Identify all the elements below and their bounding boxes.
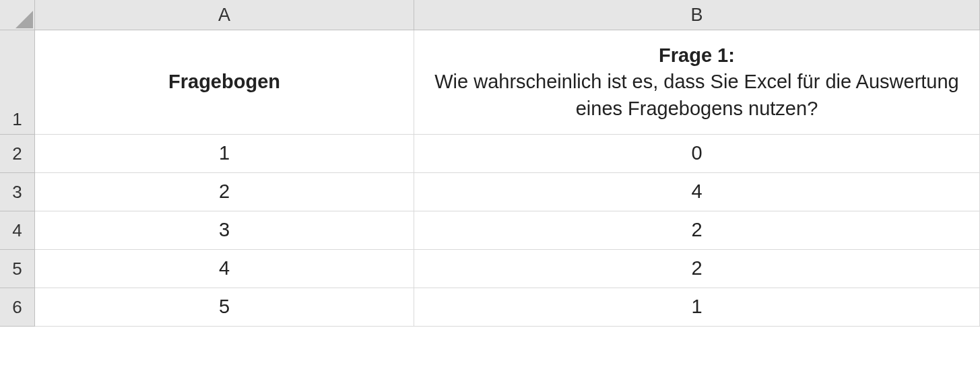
spreadsheet-grid: A B 1 Fragebogen Frage 1: Wie wahrschein…: [0, 0, 980, 327]
cell-B1-text: Wie wahrscheinlich ist es, dass Sie Exce…: [421, 69, 973, 121]
cell-B5[interactable]: 2: [414, 250, 980, 288]
column-header-A[interactable]: A: [35, 0, 414, 30]
cell-A1[interactable]: Fragebogen: [35, 30, 414, 135]
cell-A3[interactable]: 2: [35, 173, 414, 211]
select-all-triangle-icon: [15, 11, 33, 28]
select-all-corner[interactable]: [0, 0, 35, 30]
row-header-6[interactable]: 6: [0, 288, 35, 327]
cell-B6[interactable]: 1: [414, 288, 980, 327]
row-header-1[interactable]: 1: [0, 30, 35, 135]
cell-B4[interactable]: 2: [414, 211, 980, 250]
cell-A6[interactable]: 5: [35, 288, 414, 327]
cell-A1-text: Fragebogen: [168, 69, 280, 95]
cell-B1-title: Frage 1:: [659, 42, 735, 69]
cell-B1[interactable]: Frage 1: Wie wahrscheinlich ist es, dass…: [414, 30, 980, 135]
cell-A2[interactable]: 1: [35, 135, 414, 173]
cell-B3[interactable]: 4: [414, 173, 980, 211]
row-header-5[interactable]: 5: [0, 250, 35, 288]
column-header-B[interactable]: B: [414, 0, 980, 30]
cell-B2[interactable]: 0: [414, 135, 980, 173]
cell-A5[interactable]: 4: [35, 250, 414, 288]
cell-A4[interactable]: 3: [35, 211, 414, 250]
row-header-3[interactable]: 3: [0, 173, 35, 211]
row-header-4[interactable]: 4: [0, 211, 35, 250]
row-header-2[interactable]: 2: [0, 135, 35, 173]
